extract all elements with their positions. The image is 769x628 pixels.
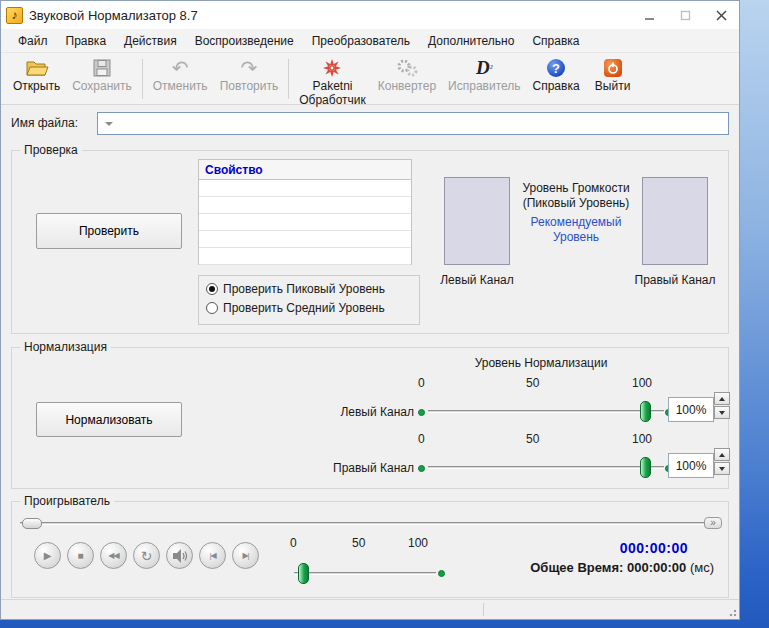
volume-button[interactable] bbox=[166, 542, 193, 569]
left-level-spin-down[interactable] bbox=[714, 406, 730, 419]
fixer-label: Исправитель bbox=[448, 80, 520, 93]
player-buttons: ▶ ■ ◀◀ ↻ |◀ ▶| bbox=[34, 542, 259, 569]
right-channel-label: Правый Канал bbox=[612, 273, 738, 287]
resize-grip-icon[interactable] bbox=[725, 605, 737, 617]
up-arrow-icon bbox=[719, 453, 725, 457]
redo-button[interactable]: ↷ Повторить bbox=[214, 56, 285, 94]
menu-converter[interactable]: Преобразователь bbox=[303, 31, 419, 51]
batch-label-line1: Paketni bbox=[312, 80, 352, 93]
total-time-row: Общее Время: 000:00:00 (мс) bbox=[414, 560, 714, 575]
right-level-value[interactable]: 100% bbox=[668, 453, 714, 478]
status-separator bbox=[483, 603, 484, 616]
seek-track[interactable] bbox=[20, 522, 722, 525]
menu-bar: Файл Правка Действия Воспроизведение Пре… bbox=[1, 29, 739, 53]
property-table-header: Свойство bbox=[199, 160, 411, 180]
scale-0: 0 bbox=[418, 376, 425, 390]
right-level-spin-down[interactable] bbox=[714, 462, 730, 475]
slider-start-dot bbox=[418, 465, 425, 472]
batch-processor-button[interactable]: Paketni Обработчик bbox=[293, 56, 372, 108]
left-level-spin-up[interactable] bbox=[714, 392, 730, 405]
play-button[interactable]: ▶ bbox=[34, 542, 61, 569]
current-time: 000:00:00 bbox=[474, 540, 714, 556]
menu-file[interactable]: Файл bbox=[9, 31, 57, 51]
radio-peak-label: Проверить Пиковый Уровень bbox=[223, 282, 385, 296]
left-channel-label: Левый Канал bbox=[414, 273, 540, 287]
recommended-level-line1: Рекомендуемый bbox=[510, 215, 642, 230]
save-button[interactable]: Сохранить bbox=[66, 56, 138, 94]
right-channel-meter bbox=[642, 177, 708, 265]
menu-help[interactable]: Справка bbox=[523, 31, 588, 51]
scale-0: 0 bbox=[290, 536, 297, 550]
seek-bar[interactable]: » bbox=[20, 516, 722, 531]
check-group-title: Проверка bbox=[20, 143, 82, 157]
meter-caption-line1: Уровень Громкости bbox=[510, 181, 642, 196]
exit-label: Выйти bbox=[595, 80, 631, 93]
normalize-button[interactable]: Нормализовать bbox=[36, 402, 182, 437]
recommended-level-line2: Уровень bbox=[510, 230, 642, 245]
normalize-right-label: Правый Канал bbox=[308, 461, 414, 475]
rewind-button[interactable]: ◀◀ bbox=[100, 542, 127, 569]
exit-button[interactable]: Выйти bbox=[586, 56, 640, 94]
help-button[interactable]: ? Справка bbox=[527, 56, 586, 94]
right-level-slider-handle[interactable] bbox=[640, 457, 651, 478]
help-icon: ? bbox=[547, 57, 565, 79]
menu-extra[interactable]: Дополнительно bbox=[419, 31, 523, 51]
check-button[interactable]: Проверить bbox=[36, 213, 182, 249]
down-arrow-icon bbox=[719, 411, 725, 415]
player-group: Проигрыватель » ▶ ■ ◀◀ ↻ |◀ ▶| 0 50 bbox=[11, 501, 729, 598]
radio-average-level[interactable]: Проверить Средний Уровень bbox=[206, 301, 412, 315]
filename-combobox[interactable] bbox=[97, 112, 729, 135]
stop-button[interactable]: ■ bbox=[67, 542, 94, 569]
open-label: Открыть bbox=[13, 80, 60, 93]
table-row bbox=[199, 231, 411, 248]
undo-label: Отменить bbox=[153, 80, 208, 93]
radio-peak-level[interactable]: Проверить Пиковый Уровень bbox=[206, 282, 412, 296]
toolbar: Открыть Сохранить ↶ Отменить ↷ Повторить bbox=[1, 53, 739, 105]
left-level-value[interactable]: 100% bbox=[668, 397, 714, 422]
menu-actions[interactable]: Действия bbox=[115, 31, 186, 51]
scale-0: 0 bbox=[418, 432, 425, 446]
previous-button[interactable]: |◀ bbox=[199, 542, 226, 569]
skip-start-icon: |◀ bbox=[209, 551, 215, 560]
menu-playback[interactable]: Воспроизведение bbox=[186, 31, 303, 51]
converter-button[interactable]: Конвертер bbox=[372, 56, 442, 94]
batch-gear-icon bbox=[322, 57, 342, 79]
radio-selected-icon[interactable] bbox=[206, 283, 218, 295]
fixer-button[interactable]: D² Исправитель bbox=[442, 56, 526, 94]
redo-label: Повторить bbox=[220, 80, 279, 93]
radio-unselected-icon[interactable] bbox=[206, 302, 218, 314]
seek-handle[interactable] bbox=[22, 518, 42, 529]
left-level-slider-handle[interactable] bbox=[640, 401, 651, 422]
right-level-spin-up[interactable] bbox=[714, 448, 730, 461]
meter-caption: Уровень Громкости (Пиковый Уровень) Реко… bbox=[510, 181, 642, 245]
fixer-sup-glyph: ² bbox=[490, 63, 493, 73]
open-folder-icon bbox=[25, 57, 49, 79]
menu-edit[interactable]: Правка bbox=[57, 31, 116, 51]
batch-label-line2: Обработчик bbox=[299, 94, 366, 107]
next-button[interactable]: ▶| bbox=[232, 542, 259, 569]
undo-button[interactable]: ↶ Отменить bbox=[147, 56, 214, 94]
repeat-button[interactable]: ↻ bbox=[133, 542, 160, 569]
help-label: Справка bbox=[533, 80, 580, 93]
scale-100: 100 bbox=[632, 376, 652, 390]
chevron-down-icon[interactable] bbox=[105, 122, 113, 126]
left-channel-meter bbox=[444, 177, 510, 265]
volume-slider-handle[interactable] bbox=[298, 563, 309, 584]
filename-input[interactable] bbox=[116, 114, 727, 133]
scale-100: 100 bbox=[408, 536, 428, 550]
seek-end-button[interactable]: » bbox=[704, 517, 722, 529]
minimize-button[interactable] bbox=[631, 1, 667, 29]
left-level-slider-track[interactable] bbox=[428, 410, 664, 413]
down-arrow-icon bbox=[719, 467, 725, 471]
right-level-slider-track[interactable] bbox=[428, 466, 664, 469]
maximize-button[interactable] bbox=[667, 1, 703, 29]
close-icon bbox=[716, 10, 727, 21]
undo-icon: ↶ bbox=[172, 57, 189, 79]
speaker-icon bbox=[172, 548, 188, 564]
open-button[interactable]: Открыть bbox=[7, 56, 66, 94]
close-button[interactable] bbox=[703, 1, 739, 29]
status-bar bbox=[1, 599, 739, 619]
normalize-group-title: Нормализация bbox=[20, 340, 111, 354]
normalize-left-label: Левый Канал bbox=[308, 405, 414, 419]
filename-label: Имя файла: bbox=[11, 116, 97, 130]
